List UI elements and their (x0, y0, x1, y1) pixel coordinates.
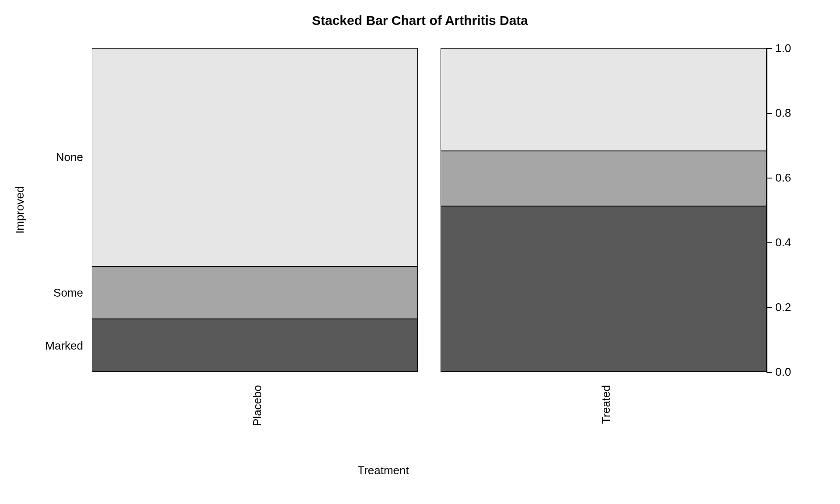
seg-placebo-none (92, 48, 418, 266)
seg-treated-some (441, 151, 766, 206)
seg-treated-marked (441, 206, 766, 372)
x-category-label-placebo: Placebo (251, 385, 264, 426)
left-cat-label-some: Some (4, 286, 83, 300)
seg-treated-none (441, 48, 766, 151)
y-tick-label: 1.0 (775, 42, 791, 55)
y-tick-label: 0.2 (775, 301, 791, 314)
seg-placebo-marked (92, 319, 418, 372)
y-tick-label: 0.0 (775, 365, 791, 379)
y-tick (766, 48, 772, 49)
x-category-label-treated: Treated (599, 385, 613, 424)
left-cat-label-none: None (4, 150, 83, 164)
y-tick (766, 242, 772, 243)
bar-placebo (92, 48, 418, 372)
left-cat-label-marked: Marked (4, 339, 83, 353)
y-axis: 0.0 0.2 0.4 0.6 0.8 1.0 (766, 48, 819, 372)
bar-treated (441, 48, 766, 372)
y-tick (766, 372, 772, 373)
x-axis-title: Treatment (0, 464, 766, 477)
y-axis-line (766, 48, 767, 372)
y-tick-label: 0.4 (775, 236, 791, 249)
y-axis-title: Improved (13, 48, 27, 372)
plot-area (92, 48, 766, 372)
y-tick (766, 113, 772, 114)
chart-title: Stacked Bar Chart of Arthritis Data (0, 13, 840, 28)
y-tick (766, 178, 772, 178)
y-tick-label: 0.6 (775, 171, 791, 185)
seg-placebo-some (92, 266, 418, 319)
y-tick-label: 0.8 (775, 106, 791, 120)
y-tick (766, 307, 772, 308)
